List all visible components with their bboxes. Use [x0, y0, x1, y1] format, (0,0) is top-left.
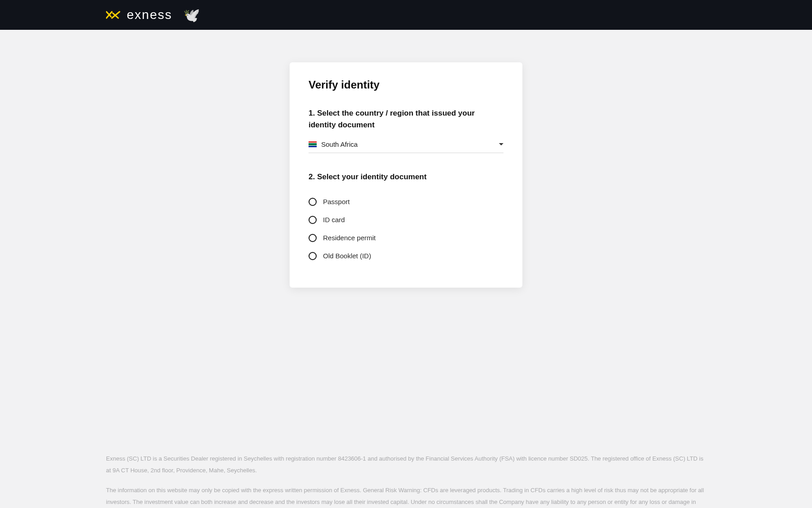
document-options: Passport ID card Residence permit Old Bo…: [309, 193, 503, 265]
country-name: South Africa: [321, 140, 358, 148]
chevron-down-icon: [499, 143, 503, 145]
country-select-value: South Africa: [309, 140, 358, 148]
brand-logo: exness 🕊️: [106, 7, 200, 23]
footer-paragraph-2: The information on this website may only…: [106, 485, 706, 508]
doc-option-id-card[interactable]: ID card: [309, 211, 503, 229]
doc-option-label: Old Booklet (ID): [323, 252, 371, 260]
doc-option-label: Residence permit: [323, 234, 376, 242]
verify-identity-card: Verify identity 1. Select the country / …: [290, 62, 522, 288]
step-1-label: 1. Select the country / region that issu…: [309, 107, 503, 130]
main-area: Verify identity 1. Select the country / …: [0, 30, 812, 288]
radio-icon: [309, 234, 317, 242]
card-title: Verify identity: [309, 79, 503, 91]
step-2-label: 2. Select your identity document: [309, 171, 503, 183]
footer-paragraph-1: Exness (SC) LTD is a Securities Dealer r…: [106, 453, 706, 476]
doc-option-label: ID card: [323, 216, 345, 224]
radio-icon: [309, 198, 317, 206]
brand-name: exness: [127, 8, 172, 22]
doc-option-passport[interactable]: Passport: [309, 193, 503, 211]
legal-footer: Exness (SC) LTD is a Securities Dealer r…: [106, 453, 706, 508]
doc-option-label: Passport: [323, 198, 350, 205]
dove-icon: 🕊️: [183, 7, 200, 23]
country-select[interactable]: South Africa: [309, 140, 503, 153]
flag-icon: [309, 141, 317, 147]
radio-icon: [309, 216, 317, 224]
doc-option-residence-permit[interactable]: Residence permit: [309, 229, 503, 247]
radio-icon: [309, 252, 317, 260]
exness-logo-icon: [106, 10, 120, 19]
doc-option-old-booklet[interactable]: Old Booklet (ID): [309, 247, 503, 265]
app-header: exness 🕊️: [0, 0, 812, 30]
